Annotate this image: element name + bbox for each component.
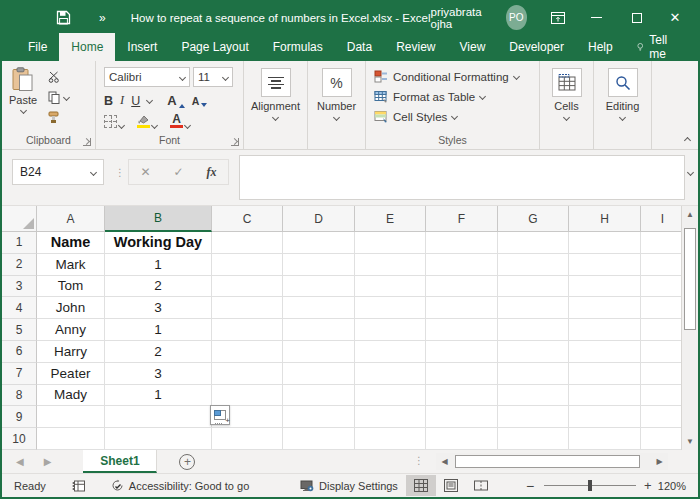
cell-E1[interactable] bbox=[355, 232, 426, 254]
cell-I2[interactable] bbox=[641, 254, 685, 276]
cell-F7[interactable] bbox=[426, 363, 498, 385]
cell-I4[interactable] bbox=[641, 297, 685, 319]
minimize-button[interactable] bbox=[585, 17, 607, 18]
cell-E4[interactable] bbox=[355, 297, 426, 319]
clipboard-dialog-launcher-icon[interactable] bbox=[83, 138, 91, 146]
cell-G4[interactable] bbox=[498, 297, 569, 319]
row-header-1[interactable]: 1 bbox=[2, 232, 37, 254]
share-button[interactable]: Share bbox=[684, 33, 700, 61]
cell-D7[interactable] bbox=[283, 363, 355, 385]
format-painter-button[interactable] bbox=[48, 110, 69, 124]
cell-B2[interactable]: 1 bbox=[105, 254, 212, 276]
scroll-up-icon[interactable]: ▲ bbox=[682, 206, 698, 223]
alignment-button[interactable]: Alignment bbox=[244, 61, 307, 149]
cell-C4[interactable] bbox=[212, 297, 283, 319]
cell-E9[interactable] bbox=[355, 406, 426, 428]
zoom-level[interactable]: 120% bbox=[658, 480, 686, 492]
cell-F3[interactable] bbox=[426, 276, 498, 298]
cell-H6[interactable] bbox=[569, 341, 641, 363]
column-header-I[interactable]: I bbox=[641, 206, 685, 232]
auto-fill-options-button[interactable]: + bbox=[210, 405, 230, 425]
tab-insert[interactable]: Insert bbox=[115, 33, 169, 61]
tab-help[interactable]: Help bbox=[576, 33, 625, 61]
tab-scroll-splitter[interactable]: ⋮ bbox=[414, 455, 424, 466]
paste-button[interactable]: Paste bbox=[2, 67, 44, 124]
cell-G9[interactable] bbox=[498, 406, 569, 428]
fill-color-button[interactable] bbox=[137, 115, 157, 128]
tab-page-layout[interactable]: Page Layout bbox=[169, 33, 260, 61]
cell-B1[interactable]: Working Day bbox=[105, 232, 212, 254]
expand-formula-bar-icon[interactable] bbox=[687, 169, 694, 176]
cell-I10[interactable] bbox=[641, 428, 685, 450]
cell-H3[interactable] bbox=[569, 276, 641, 298]
cell-D4[interactable] bbox=[283, 297, 355, 319]
new-sheet-button[interactable]: + bbox=[179, 454, 195, 470]
number-button[interactable]: % Number bbox=[308, 61, 365, 149]
tab-review[interactable]: Review bbox=[384, 33, 447, 61]
cell-H2[interactable] bbox=[569, 254, 641, 276]
cell-E2[interactable] bbox=[355, 254, 426, 276]
cell-F8[interactable] bbox=[426, 385, 498, 407]
cell-D9[interactable] bbox=[283, 406, 355, 428]
sheet-tab-sheet1[interactable]: Sheet1 bbox=[83, 450, 157, 473]
column-header-E[interactable]: E bbox=[355, 206, 426, 232]
tab-view[interactable]: View bbox=[448, 33, 498, 61]
maximize-button[interactable] bbox=[626, 13, 648, 23]
cell-I8[interactable] bbox=[641, 385, 685, 407]
zoom-in-button[interactable]: + bbox=[644, 478, 652, 493]
sheet-next-icon[interactable]: ▶ bbox=[44, 456, 52, 467]
normal-view-button[interactable] bbox=[406, 475, 436, 496]
cell-A7[interactable]: Peater bbox=[37, 363, 105, 385]
underline-button[interactable]: U bbox=[131, 94, 140, 108]
increase-font-button[interactable]: A bbox=[167, 93, 184, 108]
cell-C7[interactable] bbox=[212, 363, 283, 385]
ribbon-display-options-icon[interactable] bbox=[547, 12, 569, 24]
cell-I3[interactable] bbox=[641, 276, 685, 298]
row-header-5[interactable]: 5 bbox=[2, 319, 37, 341]
bold-button[interactable]: B bbox=[104, 94, 113, 108]
cell-G5[interactable] bbox=[498, 319, 569, 341]
horizontal-scrollbar[interactable]: ◀ ▶ bbox=[436, 453, 668, 470]
cell-H1[interactable] bbox=[569, 232, 641, 254]
cell-B3[interactable]: 2 bbox=[105, 276, 212, 298]
cell-I6[interactable] bbox=[641, 341, 685, 363]
cell-I5[interactable] bbox=[641, 319, 685, 341]
borders-button[interactable] bbox=[104, 115, 124, 128]
cell-F10[interactable] bbox=[426, 428, 498, 450]
format-as-table-button[interactable]: Format as Table bbox=[374, 88, 539, 105]
display-settings-button[interactable]: Display Settings bbox=[300, 480, 398, 492]
cell-A10[interactable] bbox=[37, 428, 105, 450]
cell-D6[interactable] bbox=[283, 341, 355, 363]
cell-H4[interactable] bbox=[569, 297, 641, 319]
vertical-scroll-thumb[interactable] bbox=[684, 228, 696, 330]
cell-C8[interactable] bbox=[212, 385, 283, 407]
font-size-select[interactable]: 11 bbox=[193, 67, 233, 87]
cell-B6[interactable]: 2 bbox=[105, 341, 212, 363]
cell-E7[interactable] bbox=[355, 363, 426, 385]
cell-B10[interactable] bbox=[105, 428, 212, 450]
cut-button[interactable] bbox=[48, 70, 69, 84]
column-header-F[interactable]: F bbox=[426, 206, 498, 232]
cell-I9[interactable] bbox=[641, 406, 685, 428]
row-header-7[interactable]: 7 bbox=[2, 363, 37, 385]
conditional-formatting-button[interactable]: Conditional Formatting bbox=[374, 68, 539, 85]
cell-A8[interactable]: Mady bbox=[37, 385, 105, 407]
row-header-2[interactable]: 2 bbox=[2, 254, 37, 276]
tab-data[interactable]: Data bbox=[335, 33, 384, 61]
column-header-D[interactable]: D bbox=[283, 206, 355, 232]
cell-A1[interactable]: Name bbox=[37, 232, 105, 254]
page-break-preview-button[interactable] bbox=[466, 475, 496, 496]
cell-F6[interactable] bbox=[426, 341, 498, 363]
vertical-scrollbar[interactable]: ▲ ▼ bbox=[681, 206, 698, 450]
cell-B8[interactable]: 1 bbox=[105, 385, 212, 407]
cell-C1[interactable] bbox=[212, 232, 283, 254]
cell-E5[interactable] bbox=[355, 319, 426, 341]
sheet-prev-icon[interactable]: ◀ bbox=[16, 456, 24, 467]
font-color-button[interactable]: A bbox=[170, 114, 190, 128]
tab-formulas[interactable]: Formulas bbox=[261, 33, 335, 61]
row-header-10[interactable]: 10 bbox=[2, 428, 37, 450]
tab-file[interactable]: File bbox=[16, 33, 59, 61]
column-header-B[interactable]: B bbox=[105, 206, 212, 232]
font-dialog-launcher-icon[interactable] bbox=[231, 138, 239, 146]
cell-D8[interactable] bbox=[283, 385, 355, 407]
